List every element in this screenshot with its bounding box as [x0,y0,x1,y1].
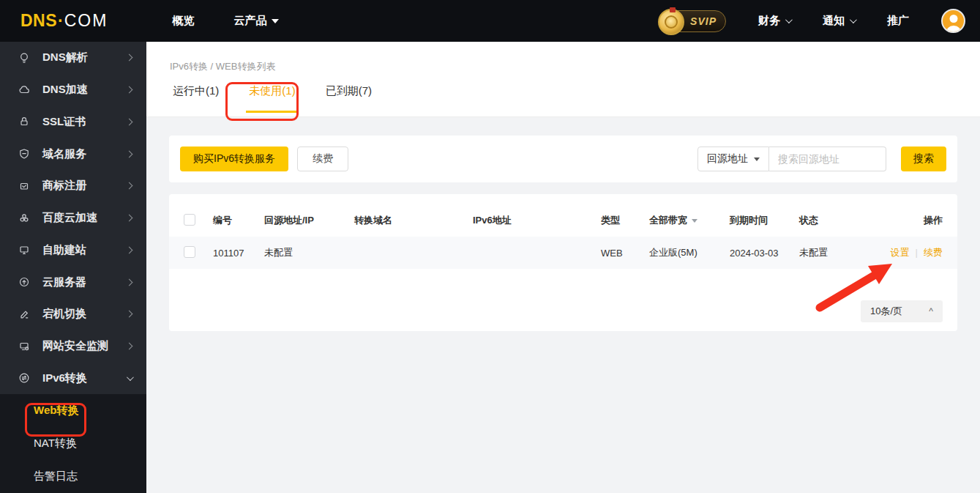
col-bandwidth-label: 全部带宽 [649,214,687,227]
baidu-cloud-icon [18,212,31,225]
logo-dns: DNS [20,11,57,31]
shield-icon [18,147,31,160]
sidebar-item-site-builder[interactable]: 自助建站 [0,234,146,266]
bulb-icon [18,51,31,64]
select-all-checkbox[interactable] [184,214,195,226]
search-button[interactable]: 搜索 [901,147,946,171]
sidebar-item-dns-resolution[interactable]: DNS解析 [0,42,146,74]
breadcrumb: IPv6转换 / WEB转换列表 [146,42,980,73]
nav-promotion-label: 推广 [887,14,909,28]
subitem-label: Web转换 [34,404,78,418]
table-card: 编号 回源地址/IP 转换域名 IPv6地址 类型 全部带宽 到期时间 状态 操… [169,194,957,331]
chevron-right-icon [126,215,133,222]
nav-cloud-products[interactable]: 云产品 [233,14,279,28]
sidebar-item-label: 自助建站 [42,243,127,257]
buy-ipv6-button[interactable]: 购买IPv6转换服务 [180,147,288,171]
page-size-select[interactable]: 10条/页 ^ [861,300,943,322]
page-size-label: 10条/页 [870,305,902,318]
cell-actions: 设置|续费 [872,246,943,259]
top-nav: 概览 云产品 [172,14,279,28]
nav-cloud-products-label: 云产品 [233,14,266,28]
avatar-head [949,15,957,23]
col-id: 编号 [213,214,264,227]
top-right-nav: SVIP 财务 通知 推广 [663,9,965,33]
security-monitor-icon [18,339,31,352]
sidebar-subitem-nat-conversion[interactable]: NAT转换 [0,427,146,460]
user-avatar[interactable] [941,9,965,33]
col-ipv6: IPv6地址 [473,214,601,227]
nav-overview[interactable]: 概览 [172,14,194,28]
sidebar-item-baidu-cloud[interactable]: 百度云加速 [0,202,146,234]
ipv6-swap-icon [18,371,31,385]
svip-badge[interactable]: SVIP [663,10,726,32]
subitem-label: 告警日志 [34,470,78,483]
logo-com: COM [64,11,108,31]
sidebar-subitem-web-conversion[interactable]: Web转换 [0,394,146,427]
medal-inner [665,15,678,29]
col-origin: 回源地址/IP [264,214,354,227]
page-header-strip: IPv6转换 / WEB转换列表 运行中(1) 未使用(1) 已到期(7) [146,42,980,117]
sidebar-subitem-alert-logs[interactable]: 告警日志 [0,460,146,493]
tab-running[interactable]: 运行中(1) [170,84,222,113]
sidebar-item-label: 云服务器 [42,275,127,289]
sidebar-item-label: IPv6转换 [42,371,127,385]
chevron-right-icon [126,150,133,157]
col-status: 状态 [799,214,872,227]
col-expire: 到期时间 [730,214,799,227]
tab-bar: 运行中(1) 未使用(1) 已到期(7) [146,84,980,113]
logo-dot: · [58,11,64,31]
sidebar: DNS解析 DNS加速 SSL证书 域名服务 商标注册 百度云加速 自助建站 云… [0,42,146,493]
cell-origin: 未配置 [264,246,354,259]
col-bandwidth-filter[interactable]: 全部带宽 [649,214,730,227]
tab-expired[interactable]: 已到期(7) [323,84,375,113]
mail-icon [18,179,31,193]
origin-filter-label: 回源地址 [707,152,748,166]
cell-status: 未配置 [799,246,872,259]
sidebar-item-ssl-certificates[interactable]: SSL证书 [0,105,146,138]
chevron-down-icon [127,374,134,381]
row-checkbox[interactable] [184,246,195,258]
cell-bandwidth: 企业版(5M) [649,246,730,259]
nav-promotion[interactable]: 推广 [887,14,909,28]
renew-link[interactable]: 续费 [924,247,943,258]
tab-unused[interactable]: 未使用(1) [246,84,298,113]
svip-label: SVIP [690,15,717,27]
caret-up-icon: ^ [929,306,933,316]
caret-down-icon [754,157,760,161]
origin-filter-select[interactable]: 回源地址 [697,147,769,171]
chevron-right-icon [126,246,133,253]
chevron-right-icon [126,311,133,318]
lock-icon [18,115,31,128]
dnscom-logo[interactable]: DNS · COM [20,11,108,31]
sidebar-item-label: 域名服务 [42,147,127,161]
cell-expire: 2024-03-03 [730,248,799,259]
chevron-right-icon [126,182,133,190]
sidebar-item-ipv6-conversion[interactable]: IPv6转换 [0,362,146,394]
sidebar-item-failover[interactable]: 宕机切换 [0,298,146,330]
medal-ribbon [670,7,676,12]
table-header-row: 编号 回源地址/IP 转换域名 IPv6地址 类型 全部带宽 到期时间 状态 操… [169,204,957,237]
cell-type: WEB [601,248,649,259]
ipv6-submenu: Web转换 NAT转换 告警日志 [0,394,146,493]
settings-link[interactable]: 设置 [891,247,910,258]
renew-button[interactable]: 续费 [297,147,348,171]
sidebar-item-label: 网站安全监测 [42,339,127,353]
nav-finance[interactable]: 财务 [758,14,790,28]
nav-notifications[interactable]: 通知 [823,14,855,28]
sidebar-item-trademark[interactable]: 商标注册 [0,170,146,202]
nav-finance-label: 财务 [758,14,780,28]
sidebar-item-security-monitoring[interactable]: 网站安全监测 [0,330,146,363]
chevron-right-icon [126,278,133,286]
main-content: IPv6转换 / WEB转换列表 运行中(1) 未使用(1) 已到期(7) 购买… [146,42,980,493]
chevron-right-icon [126,118,133,125]
sidebar-item-label: SSL证书 [42,115,127,129]
search-input[interactable] [769,147,886,171]
sidebar-item-dns-acceleration[interactable]: DNS加速 [0,74,146,106]
sidebar-item-cloud-server[interactable]: 云服务器 [0,266,146,298]
toolbar-card: 购买IPv6转换服务 续费 回源地址 搜索 [169,136,957,182]
caret-down-icon [272,19,279,23]
col-actions: 操作 [872,214,943,227]
chevron-right-icon [126,54,133,62]
sidebar-item-domain-services[interactable]: 域名服务 [0,138,146,170]
monitor-icon [18,243,31,256]
